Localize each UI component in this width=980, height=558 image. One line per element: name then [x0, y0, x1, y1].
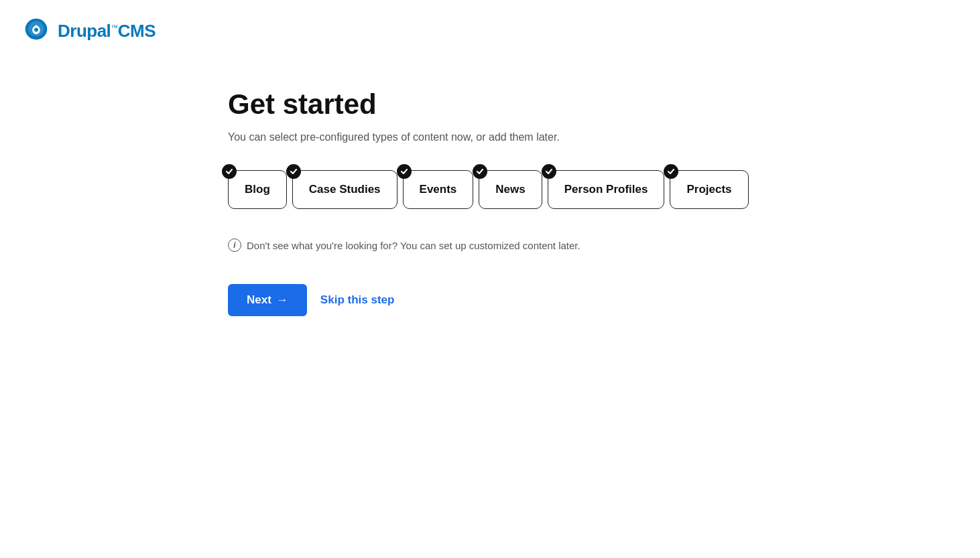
check-badge-news — [473, 164, 487, 179]
actions-row: Next → Skip this step — [228, 284, 980, 316]
content-type-news[interactable]: News — [479, 170, 542, 209]
check-badge-person-profiles — [542, 164, 556, 179]
check-badge-projects — [664, 164, 678, 179]
drupal-logo-icon — [21, 16, 51, 46]
logo-wordmark: Drupal™CMS — [58, 21, 156, 42]
content-type-events-label: Events — [420, 183, 457, 196]
next-button-label: Next — [247, 293, 271, 307]
skip-button[interactable]: Skip this step — [320, 293, 395, 307]
subtitle: You can select pre-configured types of c… — [228, 131, 980, 143]
content-type-person-profiles-label: Person Profiles — [564, 183, 648, 196]
check-badge-case-studies — [286, 164, 301, 179]
content-type-projects-label: Projects — [686, 183, 731, 196]
content-type-person-profiles[interactable]: Person Profiles — [548, 170, 665, 209]
content-type-news-label: News — [495, 183, 525, 196]
header: Drupal™CMS — [0, 0, 980, 62]
info-icon: i — [228, 238, 241, 252]
content-type-blog-label: Blog — [245, 183, 270, 196]
content-type-case-studies-label: Case Studies — [309, 183, 381, 196]
main-content: Get started You can select pre-configure… — [0, 62, 980, 316]
content-type-blog[interactable]: Blog — [228, 170, 287, 209]
info-text: Don't see what you're looking for? You c… — [247, 240, 580, 251]
content-type-events[interactable]: Events — [403, 170, 474, 209]
page-title: Get started — [228, 88, 980, 121]
content-type-projects[interactable]: Projects — [670, 170, 748, 209]
next-button[interactable]: Next → — [228, 284, 307, 316]
skip-button-label: Skip this step — [320, 293, 395, 306]
logo: Drupal™CMS — [21, 16, 959, 46]
content-type-case-studies[interactable]: Case Studies — [292, 170, 397, 209]
check-badge-events — [397, 164, 412, 179]
info-row: i Don't see what you're looking for? You… — [228, 238, 980, 252]
content-types-row: Blog Case Studies Events — [228, 170, 980, 214]
next-arrow-icon: → — [277, 293, 288, 307]
check-badge-blog — [222, 164, 237, 179]
